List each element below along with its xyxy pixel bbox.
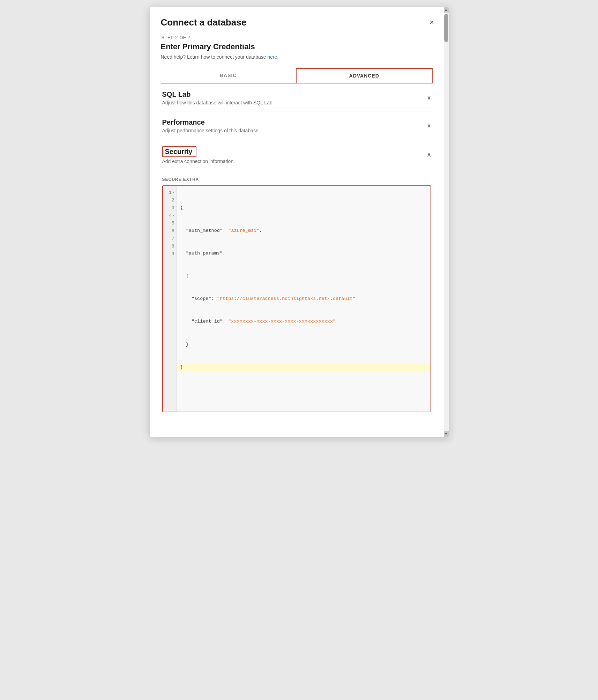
accordion-security: Security Add extra connection informatio… bbox=[161, 139, 433, 170]
section-heading: Enter Primary Credentials bbox=[161, 42, 433, 51]
step-label: STEP 2 OF 2 bbox=[162, 35, 433, 40]
code-line-9 bbox=[180, 386, 427, 394]
scrollbar[interactable]: ▲ ▼ bbox=[444, 7, 449, 437]
code-editor-inner: 1▼ 2 3 4▼ 5 6 7 8 9 { "auth_method": "az… bbox=[163, 186, 431, 412]
code-line-4: { bbox=[180, 272, 427, 280]
accordion-performance-chevron: ∨ bbox=[427, 121, 431, 129]
close-button[interactable]: × bbox=[426, 17, 438, 28]
help-text: Need help? Learn how to connect your dat… bbox=[161, 54, 433, 60]
accordion-security-header[interactable]: Security Add extra connection informatio… bbox=[161, 139, 433, 170]
modal-header: Connect a database × bbox=[150, 7, 449, 35]
code-line-1: { bbox=[180, 204, 427, 212]
tabs-container: BASIC ADVANCED bbox=[161, 68, 433, 83]
accordion-performance-title: Performance bbox=[162, 118, 431, 126]
scroll-thumb[interactable] bbox=[444, 14, 448, 42]
code-line-5: "scope": "https://clusteraccess.hdinsigh… bbox=[180, 295, 427, 303]
code-line-2: "auth_method": "azure_msi", bbox=[180, 227, 427, 234]
accordion-sql-lab-header[interactable]: SQL Lab Adjust how this database will in… bbox=[161, 83, 433, 111]
scroll-up-arrow[interactable]: ▲ bbox=[444, 7, 449, 13]
bottom-spacer bbox=[161, 416, 433, 437]
accordion-sql-lab-title: SQL Lab bbox=[162, 90, 431, 98]
scroll-down-arrow[interactable]: ▼ bbox=[444, 431, 449, 437]
accordion-performance: Performance Adjust performance settings … bbox=[161, 111, 433, 139]
code-line-8: } bbox=[177, 363, 431, 371]
accordion-sql-lab-subtitle: Adjust how this database will interact w… bbox=[162, 100, 431, 105]
accordion-sql-lab-chevron: ∨ bbox=[427, 94, 431, 101]
security-title-highlight: Security bbox=[162, 146, 197, 157]
secure-extra-section: SECURE EXTRA 1▼ 2 3 4▼ 5 6 7 8 9 bbox=[161, 170, 433, 416]
modal-content: STEP 2 OF 2 Enter Primary Credentials Ne… bbox=[150, 35, 444, 437]
code-line-6: "client_id": "xxxxxxxx-xxxx-xxxx-xxxx-xx… bbox=[180, 318, 427, 325]
tab-basic[interactable]: BASIC bbox=[161, 68, 296, 83]
modal-container: ▲ ▼ Connect a database × STEP 2 OF 2 Ent… bbox=[150, 7, 449, 437]
code-editor[interactable]: 1▼ 2 3 4▼ 5 6 7 8 9 { "auth_method": "az… bbox=[162, 185, 431, 412]
secure-extra-label: SECURE EXTRA bbox=[162, 177, 431, 182]
accordion-sql-lab: SQL Lab Adjust how this database will in… bbox=[161, 83, 433, 111]
tab-advanced[interactable]: ADVANCED bbox=[296, 68, 433, 83]
accordion-performance-subtitle: Adjust performance settings of this data… bbox=[162, 128, 431, 133]
accordion-security-chevron: ∧ bbox=[427, 151, 431, 159]
modal-title: Connect a database bbox=[161, 17, 247, 28]
line-numbers: 1▼ 2 3 4▼ 5 6 7 8 9 bbox=[163, 186, 177, 412]
accordion-performance-header[interactable]: Performance Adjust performance settings … bbox=[161, 111, 433, 139]
code-line-3: "auth_params": bbox=[180, 250, 427, 257]
accordion-security-title: Security bbox=[162, 146, 431, 157]
code-content[interactable]: { "auth_method": "azure_msi", "auth_para… bbox=[177, 186, 431, 412]
accordion-security-subtitle: Add extra connection information. bbox=[162, 159, 431, 164]
code-line-7: } bbox=[180, 340, 427, 348]
help-link[interactable]: here bbox=[267, 54, 277, 60]
